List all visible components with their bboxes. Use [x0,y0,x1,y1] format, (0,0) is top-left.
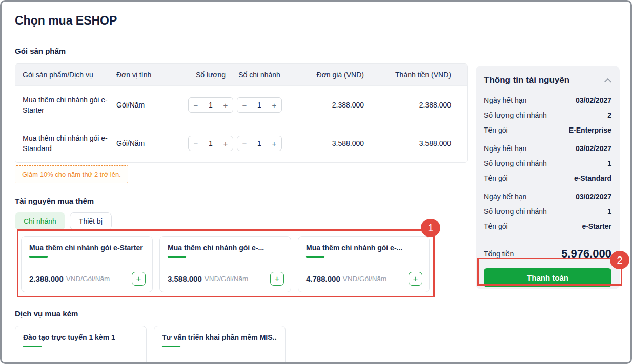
resource-row: Số lượng chi nhánh 1 [484,156,611,170]
addon-price-unit: VND/Gói/Năm [343,275,387,283]
tab-chi-nhanh[interactable]: Chi nhánh [15,212,65,230]
addon-card: Mua thêm chi nhánh gói e-... 4.788.000 V… [298,236,430,292]
service-card: Tư vấn triển khai phần mềm MIS... [154,326,286,364]
divider [476,239,620,239]
addon-cards: Mua thêm chi nhánh gói e-Starter 2.388.0… [21,236,430,292]
line-total: 2.388.000 [364,101,467,109]
resource-label: Tên gói [484,126,508,134]
dashed-divider [484,139,611,139]
service-card-title: Tư vấn triển khai phần mềm MIS... [162,333,277,341]
resource-label: Ngày hết hạn [484,192,526,201]
resource-row: Tên gói E-Enterprise [484,122,611,137]
green-underline [162,346,180,347]
eshop-purchase-screen: Chọn mua ESHOP Gói sản phẩm Gói sản phẩm… [0,0,632,364]
branch-stepper: − 1 + [237,97,282,113]
plus-button[interactable]: + [218,98,233,112]
addon-card: Mua thêm chi nhánh gói e-Starter 2.388.0… [21,236,153,292]
addons-tabs: Chi nhánh Thiết bị [15,212,112,230]
resource-label: Số lượng chi nhánh [484,111,547,119]
green-underline [306,256,324,258]
unit-price: 2.388.000 [284,101,364,109]
product-unit: Gói/Năm [116,139,187,147]
branch-value[interactable]: 1 [252,98,267,112]
quantity-stepper: − 1 + [188,97,233,113]
addon-card: Mua thêm chi nhánh gói e-... 3.588.000 V… [159,236,291,292]
plus-button[interactable]: + [267,136,281,151]
resource-info-panel: Thông tin tài nguyên Ngày hết hạn 03/02/… [476,66,620,289]
minus-button[interactable]: − [189,136,203,151]
green-underline [168,256,186,258]
add-addon-button[interactable]: + [270,272,284,286]
addon-card-title: Mua thêm chi nhánh gói e-Starter [29,244,145,252]
pay-button[interactable]: Thanh toán [484,268,611,287]
resource-value: E-Enterprise [569,126,611,134]
resource-value: e-Standard [574,174,611,182]
col-header-quantity: Số lượng [187,71,234,79]
panel-title: Thông tin tài nguyên [484,75,569,85]
resource-row: Ngày hết hạn 03/02/2027 [484,141,611,156]
table-row: Mua thêm chi nhánh gói e-Standard Gói/Nă… [15,124,467,162]
addon-card-title: Mua thêm chi nhánh gói e-... [168,244,283,252]
resource-value: 2 [607,111,611,119]
addon-card-title: Mua thêm chi nhánh gói e-... [306,244,421,252]
products-table-header: Gói sản phẩm/Dịch vụ Đơn vị tính Số lượn… [15,64,467,85]
quantity-value[interactable]: 1 [203,136,218,151]
minus-button[interactable]: − [189,98,203,112]
resource-row: Tên gói e-Starter [484,219,611,233]
col-header-total: Thành tiền (VND) [364,71,467,79]
col-header-branches: Số chi nhánh [234,71,284,79]
resource-label: Ngày hết hạn [484,144,526,153]
table-row: Mua thêm chi nhánh gói e-Starter Gói/Năm… [15,85,467,124]
resource-row: Số lượng chi nhánh 2 [484,108,611,122]
minus-button[interactable]: − [237,136,252,151]
branch-stepper: − 1 + [237,136,282,151]
add-addon-button[interactable]: + [409,272,422,286]
total-value: 5.976.000 [561,247,611,261]
service-card-title: Đào tạo trực tuyến 1 kèm 1 [23,333,138,341]
resource-label: Tên gói [484,222,508,230]
resource-value: 1 [607,159,611,167]
line-total: 3.588.000 [364,139,467,147]
resource-row: Ngày hết hạn 03/02/2027 [484,93,611,108]
green-underline [29,256,48,258]
page-title: Chọn mua ESHOP [15,14,117,28]
addon-price: 3.588.000 [168,274,202,283]
unit-price: 3.588.000 [284,139,364,147]
green-underline [23,346,42,347]
plus-button[interactable]: + [218,136,233,151]
minus-button[interactable]: − [237,98,252,112]
chevron-up-icon[interactable] [604,78,611,85]
resource-row: Số lượng chi nhánh 1 [484,204,611,219]
service-cards: Đào tạo trực tuyến 1 kèm 1 Tư vấn triển … [15,326,286,364]
col-header-unit: Đơn vị tính [116,71,187,79]
products-table: Gói sản phẩm/Dịch vụ Đơn vị tính Số lượn… [15,63,468,163]
dashed-divider [484,187,611,187]
branch-value[interactable]: 1 [252,136,267,151]
resource-label: Ngày hết hạn [484,96,526,104]
tab-thiet-bi[interactable]: Thiết bị [70,212,112,230]
products-section-title: Gói sản phẩm [15,47,66,55]
addons-section-title: Tài nguyên mua thêm [15,197,94,205]
add-addon-button[interactable]: + [132,272,146,286]
total-label: Tổng tiền [484,250,514,258]
resource-value: 03/02/2027 [576,96,611,104]
quantity-value[interactable]: 1 [203,98,218,112]
product-name: Mua thêm chi nhánh gói e-Standard [15,133,116,154]
annotation-step-1: 1 [421,219,440,237]
plus-button[interactable]: + [267,98,281,112]
addon-price: 2.388.000 [29,274,64,283]
annotation-step-2: 2 [610,251,629,269]
service-card: Đào tạo trực tuyến 1 kèm 1 [15,326,147,364]
resource-value: 1 [607,207,611,216]
resource-value: 03/02/2027 [576,192,611,201]
resource-label: Số lượng chi nhánh [484,159,547,167]
discount-badge: Giảm 10% cho năm thứ 2 trở lên. [15,165,128,183]
addon-price: 4.788.000 [306,274,340,283]
resource-value: 03/02/2027 [576,144,611,153]
col-header-product: Gói sản phẩm/Dịch vụ [15,70,116,80]
addon-price-unit: VND/Gói/Năm [66,275,110,283]
addon-price-unit: VND/Gói/Năm [205,275,249,283]
resource-label: Số lượng chi nhánh [484,207,547,216]
quantity-stepper: − 1 + [188,136,233,151]
product-unit: Gói/Năm [116,101,187,109]
